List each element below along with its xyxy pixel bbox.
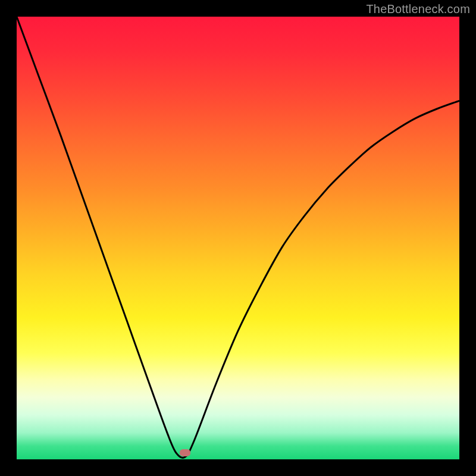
curve-svg — [17, 17, 459, 459]
plot-area — [17, 17, 459, 459]
bottleneck-curve — [17, 17, 459, 458]
optimal-point-marker — [180, 449, 190, 456]
chart-frame: TheBottleneck.com — [0, 0, 476, 476]
watermark-text: TheBottleneck.com — [366, 2, 470, 16]
